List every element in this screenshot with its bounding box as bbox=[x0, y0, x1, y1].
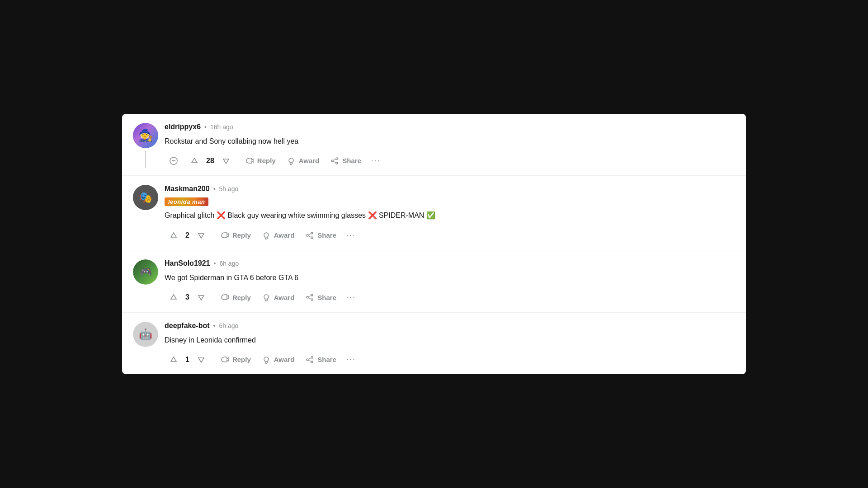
reply-label: Reply bbox=[232, 294, 251, 301]
avatar: 🧙 bbox=[133, 123, 158, 148]
reply-button[interactable]: Reply bbox=[216, 290, 255, 305]
vote-count: 1 bbox=[185, 356, 189, 364]
more-button[interactable]: ··· bbox=[343, 290, 359, 305]
svg-point-4 bbox=[331, 160, 333, 162]
award-button[interactable]: Award bbox=[257, 228, 299, 243]
username: eldrippyx6 bbox=[165, 123, 201, 131]
reply-icon bbox=[220, 355, 229, 364]
comment-body: Maskman200 • 5h ago leonida man Graphica… bbox=[165, 185, 735, 243]
award-icon bbox=[262, 355, 271, 364]
svg-point-2 bbox=[289, 158, 293, 163]
thread-line bbox=[145, 151, 146, 169]
comment-text: Disney in Leonida confirmed bbox=[165, 334, 735, 346]
share-label: Share bbox=[342, 157, 361, 164]
more-button[interactable]: ··· bbox=[343, 352, 359, 367]
svg-point-11 bbox=[311, 237, 313, 239]
svg-point-22 bbox=[307, 359, 308, 361]
timestamp: 16h ago bbox=[210, 123, 233, 131]
avatar-area: 🎭 bbox=[133, 185, 158, 243]
comment-row: 🤖 deepfake-bot • 6h ago Disney in Leonid… bbox=[122, 313, 746, 375]
share-label: Share bbox=[317, 356, 336, 363]
reply-icon bbox=[220, 231, 229, 240]
timestamp: 5h ago bbox=[219, 185, 239, 192]
award-icon bbox=[262, 231, 271, 240]
comment-row: 🎭 Maskman200 • 5h ago leonida man Graphi… bbox=[122, 176, 746, 250]
avatar-area: 🧙 bbox=[133, 123, 158, 169]
minus-button[interactable] bbox=[165, 154, 183, 168]
share-icon bbox=[330, 156, 339, 165]
more-button[interactable]: ··· bbox=[368, 153, 384, 168]
timestamp: 6h ago bbox=[219, 260, 239, 267]
avatar-area: 🤖 bbox=[133, 322, 158, 367]
award-button[interactable]: Award bbox=[257, 290, 299, 305]
avatar: 🤖 bbox=[133, 322, 158, 347]
svg-point-10 bbox=[307, 235, 308, 236]
share-button[interactable]: Share bbox=[326, 154, 366, 168]
svg-point-8 bbox=[264, 233, 269, 237]
svg-point-3 bbox=[336, 158, 338, 160]
reply-button[interactable]: Reply bbox=[216, 352, 255, 367]
comments-container: 🧙 eldrippyx6 • 16h ago Rockstar and Sony… bbox=[122, 114, 746, 374]
comment-row: 🎮 HanSolo1921 • 6h ago We got Spiderman … bbox=[122, 250, 746, 313]
svg-point-9 bbox=[311, 232, 313, 234]
award-label: Award bbox=[274, 294, 295, 301]
upvote-icon bbox=[169, 355, 178, 364]
comment-text: Graphical glitch ❌ Black guy wearing whi… bbox=[165, 210, 735, 221]
vote-group: 3 bbox=[165, 290, 210, 305]
vote-count: 2 bbox=[185, 231, 189, 239]
vote-group: 1 bbox=[165, 352, 210, 367]
reply-button[interactable]: Reply bbox=[241, 154, 280, 168]
comment-header: eldrippyx6 • 16h ago bbox=[165, 123, 735, 131]
comment-text: We got Spiderman in GTA 6 before GTA 6 bbox=[165, 272, 735, 284]
svg-line-7 bbox=[333, 161, 336, 163]
award-button[interactable]: Award bbox=[282, 154, 324, 168]
share-label: Share bbox=[317, 231, 336, 239]
svg-point-5 bbox=[336, 162, 338, 164]
upvote-button[interactable] bbox=[165, 228, 183, 243]
comment-header: deepfake-bot • 6h ago bbox=[165, 322, 735, 330]
reply-label: Reply bbox=[257, 157, 276, 164]
timestamp: 6h ago bbox=[219, 322, 238, 329]
action-bar: 3 Reply Awa bbox=[165, 290, 735, 305]
more-button[interactable]: ··· bbox=[343, 228, 359, 243]
svg-line-12 bbox=[308, 234, 311, 235]
award-button[interactable]: Award bbox=[257, 352, 299, 367]
downvote-button[interactable] bbox=[192, 290, 210, 305]
upvote-button[interactable] bbox=[185, 154, 203, 168]
share-button[interactable]: Share bbox=[301, 352, 341, 367]
share-icon bbox=[305, 355, 314, 364]
reply-label: Reply bbox=[232, 231, 251, 239]
comment-body: eldrippyx6 • 16h ago Rockstar and Sony c… bbox=[165, 123, 735, 169]
svg-point-16 bbox=[307, 296, 308, 298]
downvote-button[interactable] bbox=[192, 228, 210, 243]
upvote-icon bbox=[169, 231, 178, 240]
avatar: 🎮 bbox=[133, 259, 158, 285]
downvote-button[interactable] bbox=[217, 154, 235, 168]
comment-body: deepfake-bot • 6h ago Disney in Leonida … bbox=[165, 322, 735, 367]
username: HanSolo1921 bbox=[165, 259, 210, 267]
username: Maskman200 bbox=[165, 185, 210, 193]
reply-button[interactable]: Reply bbox=[216, 228, 255, 243]
comment-row: 🧙 eldrippyx6 • 16h ago Rockstar and Sony… bbox=[122, 114, 746, 176]
vote-group: 28 bbox=[165, 154, 235, 168]
upvote-button[interactable] bbox=[165, 290, 183, 305]
downvote-button[interactable] bbox=[192, 352, 210, 367]
svg-line-6 bbox=[333, 159, 336, 160]
comment-header: HanSolo1921 • 6h ago bbox=[165, 259, 735, 267]
svg-point-15 bbox=[311, 294, 313, 296]
minus-icon bbox=[169, 156, 178, 165]
username: deepfake-bot bbox=[165, 322, 210, 330]
reply-icon bbox=[245, 156, 254, 165]
upvote-button[interactable] bbox=[165, 352, 183, 367]
svg-point-14 bbox=[264, 295, 269, 299]
share-button[interactable]: Share bbox=[301, 228, 341, 243]
svg-line-19 bbox=[308, 298, 311, 299]
svg-point-17 bbox=[311, 299, 313, 300]
downvote-icon bbox=[197, 231, 206, 240]
vote-count: 28 bbox=[206, 157, 214, 165]
share-icon bbox=[305, 293, 314, 302]
comment-header: Maskman200 • 5h ago bbox=[165, 185, 735, 193]
share-button[interactable]: Share bbox=[301, 290, 341, 305]
upvote-icon bbox=[169, 293, 178, 302]
award-label: Award bbox=[299, 157, 320, 164]
